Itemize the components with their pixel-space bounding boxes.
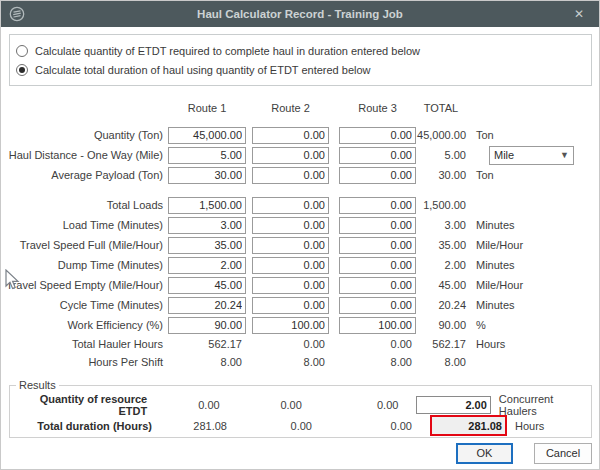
speed-full-route1-input[interactable] (168, 237, 246, 254)
titlebar: Haul Calculator Record - Training Job ✕ (1, 1, 599, 27)
option-calc-duration-label: Calculate total duration of haul using q… (35, 64, 371, 76)
result-route2: 0.00 (227, 420, 312, 432)
total-loads-route2-input[interactable] (252, 197, 329, 214)
result-unit: Hours (515, 420, 544, 432)
table-row: Haul Distance - One Way (Mile) 5.00 Mile… (1, 145, 599, 165)
row-unit: Minutes (476, 219, 515, 231)
quantity-route1-input[interactable] (168, 127, 246, 144)
row-label: Cycle Time (Minutes) (1, 299, 168, 311)
table-row: Total Hauler Hours 562.17 0.00 0.00 562.… (1, 335, 599, 353)
load-time-route1-input[interactable] (168, 217, 246, 234)
quantity-etdt-input[interactable] (416, 396, 490, 414)
result-row-quantity: Quantity of resource ETDT 0.00 0.00 0.00… (10, 394, 591, 415)
row-unit: Ton (476, 169, 494, 181)
haul-distance-route3-input[interactable] (339, 147, 416, 164)
calc-mode-group: Calculate quantity of ETDT required to c… (9, 34, 592, 86)
work-eff-route3-input[interactable] (339, 317, 416, 334)
total-loads-route1-input[interactable] (168, 197, 246, 214)
hauler-hours-route3: 0.00 (339, 338, 416, 350)
result-label: Total duration (Hours) (10, 420, 152, 432)
table-row: Work Efficiency (%) 90.00 % (1, 315, 599, 335)
distance-unit-value: Mile (494, 149, 514, 161)
result-route1: 281.08 (152, 420, 227, 432)
haul-distance-route1-input[interactable] (168, 147, 246, 164)
hauler-hours-route1: 562.17 (168, 338, 246, 350)
work-eff-route1-input[interactable] (168, 317, 246, 334)
dialog-title: Haul Calculator Record - Training Job (1, 8, 599, 20)
avg-payload-route2-input[interactable] (252, 167, 329, 184)
table-row: Travel Speed Full (Mile/Hour) 35.00 Mile… (1, 235, 599, 255)
speed-full-route2-input[interactable] (252, 237, 329, 254)
result-route3: 0.00 (302, 399, 399, 411)
cycle-time-route2-input[interactable] (252, 297, 329, 314)
row-label: Hours Per Shift (1, 356, 168, 368)
row-total: 45,000.00 (416, 129, 466, 141)
cycle-time-route1-input[interactable] (168, 297, 246, 314)
radio-unselected-icon[interactable] (16, 45, 28, 57)
results-group: Results Quantity of resource ETDT 0.00 0… (9, 379, 592, 438)
table-row: Load Time (Minutes) 3.00 Minutes (1, 215, 599, 235)
quantity-route3-input[interactable] (339, 127, 416, 144)
speed-empty-route2-input[interactable] (252, 277, 329, 294)
dump-time-route3-input[interactable] (339, 257, 416, 274)
row-label: Travel Speed Full (Mile/Hour) (1, 239, 168, 251)
table-row: Total Loads 1,500.00 (1, 195, 599, 215)
row-total: 20.24 (416, 299, 466, 311)
row-label: Dump Time (Minutes) (1, 259, 168, 271)
row-total: 5.00 (416, 149, 466, 161)
table-row: Quantity (Ton) 45,000.00 Ton (1, 125, 599, 145)
row-unit: Minutes (476, 299, 515, 311)
total-loads-route3-input[interactable] (339, 197, 416, 214)
dump-time-route1-input[interactable] (168, 257, 246, 274)
row-total: 35.00 (416, 239, 466, 251)
row-total: 45.00 (416, 279, 466, 291)
row-total: 8.00 (416, 356, 466, 368)
header-route3: Route 3 (339, 102, 416, 114)
haul-calculator-dialog: Haul Calculator Record - Training Job ✕ … (0, 0, 600, 470)
hours-shift-route2: 8.00 (252, 356, 329, 368)
distance-unit-dropdown[interactable]: Mile ▼ (489, 146, 574, 165)
result-unit: Concurrent Haulers (499, 393, 591, 417)
row-label: Total Hauler Hours (1, 338, 168, 350)
row-total: 562.17 (416, 338, 466, 350)
row-total: 90.00 (416, 319, 466, 331)
radio-selected-icon[interactable] (16, 64, 28, 76)
dump-time-route2-input[interactable] (252, 257, 329, 274)
table-header-row: Route 1 Route 2 Route 3 TOTAL (1, 101, 599, 115)
result-route2: 0.00 (220, 399, 302, 411)
ok-button[interactable]: OK (456, 443, 513, 464)
load-time-route3-input[interactable] (339, 217, 416, 234)
option-calc-quantity-label: Calculate quantity of ETDT required to c… (35, 45, 420, 57)
row-label: Work Efficiency (%) (1, 319, 168, 331)
load-time-route2-input[interactable] (252, 217, 329, 234)
row-label: Haul Distance - One Way (Mile) (1, 149, 168, 161)
haul-distance-route2-input[interactable] (252, 147, 329, 164)
result-route3: 0.00 (312, 420, 412, 432)
row-label: Average Payload (Ton) (1, 169, 168, 181)
avg-payload-route3-input[interactable] (339, 167, 416, 184)
work-eff-route2-input[interactable] (252, 317, 329, 334)
result-route1: 0.00 (147, 399, 219, 411)
close-icon[interactable]: ✕ (571, 6, 587, 22)
speed-empty-route1-input[interactable] (168, 277, 246, 294)
cancel-button[interactable]: Cancel (534, 443, 592, 464)
header-route2: Route 2 (252, 102, 329, 114)
speed-full-route3-input[interactable] (339, 237, 416, 254)
row-label: Total Loads (1, 199, 168, 211)
header-route1: Route 1 (168, 102, 246, 114)
option-calc-quantity[interactable]: Calculate quantity of ETDT required to c… (16, 45, 591, 57)
table-row: Cycle Time (Minutes) 20.24 Minutes (1, 295, 599, 315)
speed-empty-route3-input[interactable] (339, 277, 416, 294)
option-calc-duration[interactable]: Calculate total duration of haul using q… (16, 64, 591, 76)
row-total: 3.00 (416, 219, 466, 231)
row-total: 2.00 (416, 259, 466, 271)
table-row: Dump Time (Minutes) 2.00 Minutes (1, 255, 599, 275)
row-unit: % (476, 319, 486, 331)
hours-shift-route1: 8.00 (168, 356, 246, 368)
row-unit: Mile/Hour (476, 279, 523, 291)
row-label: Travel Speed Empty (Mile/Hour) (1, 279, 168, 291)
avg-payload-route1-input[interactable] (168, 167, 246, 184)
cycle-time-route3-input[interactable] (339, 297, 416, 314)
row-unit: Hours (476, 338, 505, 350)
quantity-route2-input[interactable] (252, 127, 329, 144)
